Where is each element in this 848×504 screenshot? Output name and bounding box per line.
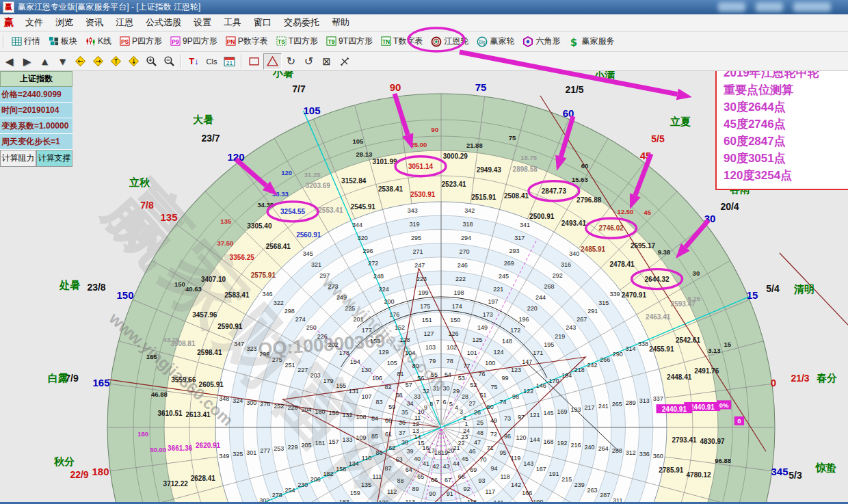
calc-support-button[interactable]: 计算支撑 <box>36 150 72 167</box>
svg-text:69: 69 <box>470 466 477 473</box>
svg-text:3559.66: 3559.66 <box>171 376 196 384</box>
menu-item-7[interactable]: 工具 <box>217 14 248 31</box>
shift-right-button[interactable]: → <box>90 54 107 69</box>
svg-text:202: 202 <box>328 341 339 348</box>
svg-text:268: 268 <box>544 283 554 290</box>
toolbar-button-box-TS[interactable]: TST四方形 <box>273 34 321 49</box>
nav-next-icon: ▶ <box>23 55 31 68</box>
svg-text:0%: 0% <box>719 401 729 409</box>
svg-text:2493.41: 2493.41 <box>561 220 587 227</box>
toolbar-button-box-PN[interactable]: PNP数字表 <box>222 34 271 49</box>
svg-text:2448.41: 2448.41 <box>667 373 692 381</box>
nav-up-button[interactable]: ▲ <box>36 54 53 69</box>
svg-text:274: 274 <box>295 316 306 323</box>
zoom-out-button[interactable] <box>161 54 178 69</box>
fit-screen-button[interactable] <box>336 54 353 69</box>
svg-text:341: 341 <box>520 222 530 228</box>
nav-next-button[interactable]: ▶ <box>18 54 36 69</box>
menu-item-3[interactable]: 资讯 <box>79 14 109 31</box>
t-down-icon: T↓ <box>189 56 198 66</box>
rotate-cw-button[interactable]: ↻ <box>282 54 300 69</box>
svg-text:2: 2 <box>463 414 466 421</box>
nav-down-button[interactable]: ▼ <box>54 54 71 69</box>
svg-text:201: 201 <box>353 316 363 323</box>
toolbar-button-box-P9[interactable]: P99P四方形 <box>167 34 221 49</box>
toolbar-button-candles[interactable]: K线 <box>82 34 115 49</box>
calc-resistance-button[interactable]: 计算阻力 <box>0 150 36 167</box>
toolbar-button-box-T9[interactable]: T99T四方形 <box>323 34 376 49</box>
svg-text:107: 107 <box>361 393 371 400</box>
menu-item-4[interactable]: 江恩 <box>109 14 140 31</box>
menu-item-10[interactable]: 帮助 <box>326 14 356 31</box>
svg-text:23: 23 <box>461 434 468 440</box>
shift-up-button[interactable]: ↑ <box>107 54 124 69</box>
svg-text:348: 348 <box>219 395 229 402</box>
menu-item-6[interactable]: 设置 <box>187 14 217 31</box>
menu-item-2[interactable]: 浏览 <box>49 14 79 31</box>
svg-text:清明: 清明 <box>793 283 814 295</box>
window-maximize-button[interactable] <box>756 2 783 12</box>
toolbar-button-dollar[interactable]: $赢家服务 <box>565 34 618 49</box>
t-down-button[interactable]: T↓ <box>185 54 202 69</box>
window-title: 赢家江恩专业版[赢家服务平台] - [上证指数 江恩轮] <box>18 1 200 13</box>
svg-text:3051.14: 3051.14 <box>408 163 434 170</box>
svg-text:59: 59 <box>388 403 395 410</box>
shift-left-button[interactable]: ← <box>72 54 89 69</box>
shift-down-button[interactable]: ↓ <box>125 54 142 69</box>
svg-text:179: 179 <box>323 377 333 384</box>
svg-text:41: 41 <box>423 460 429 467</box>
svg-text:15: 15 <box>747 289 758 301</box>
rect-tool-button[interactable] <box>246 54 263 69</box>
svg-text:128: 128 <box>400 336 410 343</box>
toolbar-button-hexagon[interactable]: 六角形 <box>519 34 564 49</box>
svg-text:22/9: 22/9 <box>70 469 88 480</box>
window-close-button[interactable] <box>793 2 831 12</box>
svg-text:58: 58 <box>395 392 402 399</box>
toolbar-button-box-PS[interactable]: PSP四方形 <box>116 34 165 49</box>
menu-item-8[interactable]: 窗口 <box>248 14 278 31</box>
svg-text:2575.91: 2575.91 <box>251 271 276 279</box>
toolbar-button-box-TN[interactable]: TNT数字表 <box>377 34 426 49</box>
annotation-line-6: 90度3051点 <box>724 150 848 167</box>
toolbar-button-bigwheel[interactable]: Big赢家轮 <box>473 34 518 49</box>
svg-text:316: 316 <box>561 261 571 268</box>
svg-text:265: 265 <box>612 401 622 408</box>
triangle-tool-button[interactable] <box>263 53 282 70</box>
svg-text:165: 165 <box>146 353 158 360</box>
window-minimize-button[interactable] <box>718 2 745 12</box>
svg-text:2478.41: 2478.41 <box>610 261 635 268</box>
calendar-button[interactable]: 21 <box>221 54 238 69</box>
svg-text:95: 95 <box>499 449 506 456</box>
svg-text:158: 158 <box>336 466 346 473</box>
svg-text:2949.43: 2949.43 <box>477 166 502 174</box>
menu-item-1[interactable]: 文件 <box>19 14 49 31</box>
menu-item-9[interactable]: 交易委托 <box>278 14 326 31</box>
svg-text:288: 288 <box>612 447 622 454</box>
svg-text:117: 117 <box>486 488 495 495</box>
annotation-line-2: 重要点位测算 <box>724 81 848 98</box>
delete-box-button[interactable]: ⊠ <box>318 54 335 69</box>
svg-text:45: 45 <box>644 209 652 216</box>
rotate-ccw-button[interactable]: ↺ <box>300 54 317 69</box>
svg-text:148: 148 <box>502 338 512 345</box>
menu-item-5[interactable]: 公式选股 <box>140 14 187 31</box>
svg-text:60: 60 <box>581 162 589 170</box>
svg-text:2695.17: 2695.17 <box>631 242 656 250</box>
cls-button[interactable]: Cls <box>203 54 220 69</box>
toolbar-button-wheel[interactable]: 江恩轮 <box>427 34 472 49</box>
title-bar[interactable]: 赢 赢家江恩专业版[赢家服务平台] - [上证指数 江恩轮] <box>0 0 848 14</box>
toolbar-button-grid[interactable]: 行情 <box>8 34 44 49</box>
toolbar-button-blocks[interactable]: 板块 <box>45 34 81 49</box>
zoom-in-button[interactable] <box>143 54 160 69</box>
svg-text:80: 80 <box>412 362 419 369</box>
svg-text:121: 121 <box>529 412 540 419</box>
svg-text:3000.29: 3000.29 <box>443 152 468 160</box>
svg-text:93: 93 <box>478 477 485 484</box>
svg-text:35: 35 <box>401 409 408 416</box>
svg-text:25: 25 <box>477 419 483 426</box>
svg-text:7: 7 <box>436 399 440 406</box>
svg-text:295: 295 <box>411 235 421 241</box>
svg-text:180: 180 <box>315 408 325 415</box>
nav-prev-button[interactable]: ◀ <box>1 54 18 69</box>
svg-text:143: 143 <box>523 460 533 467</box>
